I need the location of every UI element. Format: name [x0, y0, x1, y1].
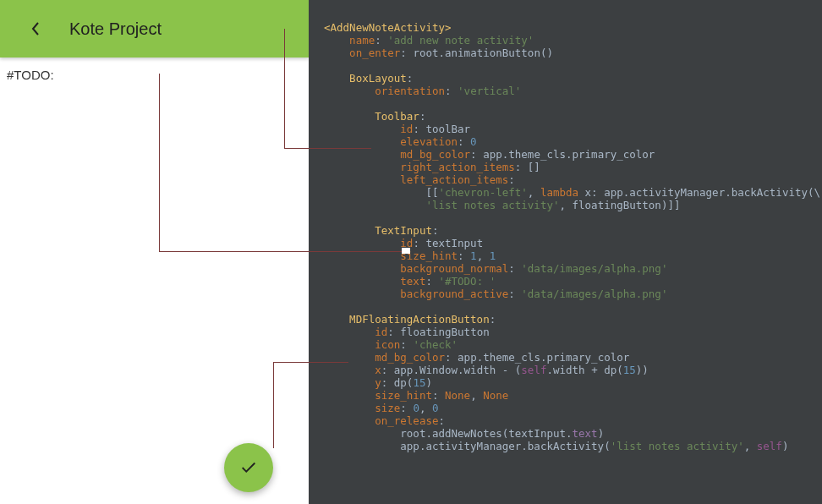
back-button[interactable]: [25, 19, 46, 39]
app-toolbar: Kote Project: [0, 0, 309, 58]
app-preview-panel: Kote Project #TODO:: [0, 0, 309, 504]
cursor-marker: [402, 248, 410, 254]
code-text: <AddNewNoteActivity> name: 'add new note…: [324, 21, 820, 452]
code-panel: <AddNewNoteActivity> name: 'add new note…: [309, 0, 822, 504]
chevron-left-icon: [31, 22, 40, 36]
toolbar-title: Kote Project: [69, 19, 162, 39]
check-icon: [239, 458, 258, 477]
note-text-input[interactable]: #TODO:: [0, 58, 309, 92]
fab-save-button[interactable]: [224, 443, 273, 492]
